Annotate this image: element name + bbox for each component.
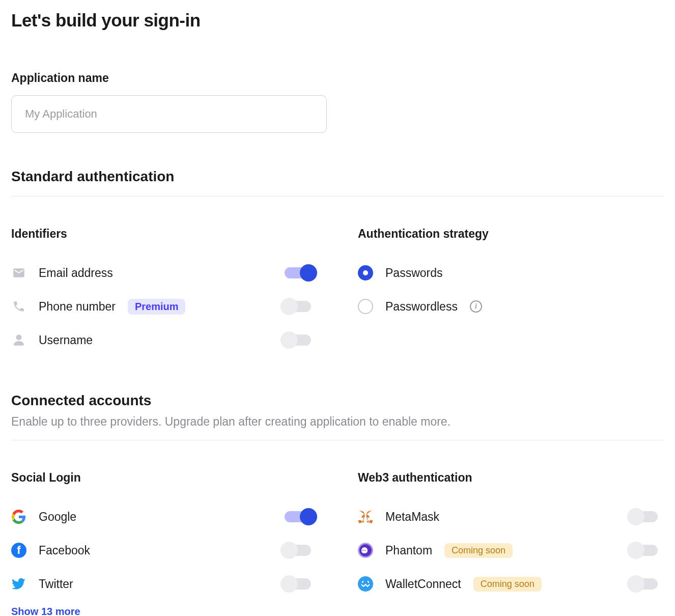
strategy-title: Authentication strategy [358,227,664,241]
web3-label: Phantom [385,544,432,557]
phone-icon [11,299,26,314]
toggle-facebook[interactable] [280,542,317,559]
show-more-social[interactable]: Show 13 more [11,606,317,616]
web3-walletconnect: WalletConnect Coming soon [358,567,664,601]
strategy-passwords[interactable]: Passwords [358,256,664,290]
toggle-google[interactable] [280,508,317,525]
toggle-email[interactable] [280,264,317,282]
toggle-walletconnect[interactable] [627,575,664,593]
toggle-phone[interactable] [280,298,317,315]
connected-sub: Enable up to three providers. Upgrade pl… [11,415,664,429]
identifier-email: Email address [11,256,317,290]
strategy-label: Passwordless [385,300,458,314]
walletconnect-icon [358,576,373,592]
strategy-label: Passwords [385,266,442,280]
radio-passwords[interactable] [358,265,373,281]
identifier-phone: Phone number Premium [11,290,317,323]
social-google: Google [11,500,317,534]
social-label: Twitter [39,577,73,591]
standard-auth-heading: Standard authentication [11,169,664,197]
toggle-username[interactable] [280,331,317,349]
page-title: Let's build your sign-in [11,10,664,31]
app-name-input[interactable] [11,95,327,133]
user-icon [11,332,26,348]
social-label: Google [39,510,76,524]
toggle-phantom[interactable] [627,542,664,559]
social-facebook: f Facebook [11,534,317,567]
web3-label: MetaMask [385,510,439,524]
web3-phantom: Phantom Coming soon [358,534,664,567]
social-label: Facebook [39,544,90,557]
phantom-icon [358,543,373,558]
coming-soon-badge: Coming soon [444,543,513,558]
coming-soon-badge: Coming soon [473,577,542,592]
radio-passwordless[interactable] [358,299,373,314]
social-title: Social Login [11,471,317,485]
info-icon[interactable]: i [470,300,482,313]
app-name-label: Application name [11,71,664,85]
web3-label: WalletConnect [385,577,461,591]
strategy-passwordless[interactable]: Passwordless i [358,290,664,323]
google-icon [11,509,26,524]
identifier-username: Username [11,323,317,357]
facebook-icon: f [11,543,26,558]
metamask-icon [358,509,373,524]
mail-icon [11,265,26,281]
toggle-metamask[interactable] [627,508,664,525]
web3-metamask: MetaMask [358,500,664,534]
identifiers-title: Identifiers [11,227,317,241]
web3-title: Web3 authentication [358,471,664,485]
identifier-label: Email address [39,266,113,280]
identifier-label: Phone number [39,300,116,314]
toggle-twitter[interactable] [280,575,317,593]
social-twitter: Twitter [11,567,317,601]
twitter-icon [11,576,26,592]
premium-badge: Premium [128,299,186,315]
connected-heading: Connected accounts [11,393,664,411]
identifier-label: Username [39,333,93,347]
